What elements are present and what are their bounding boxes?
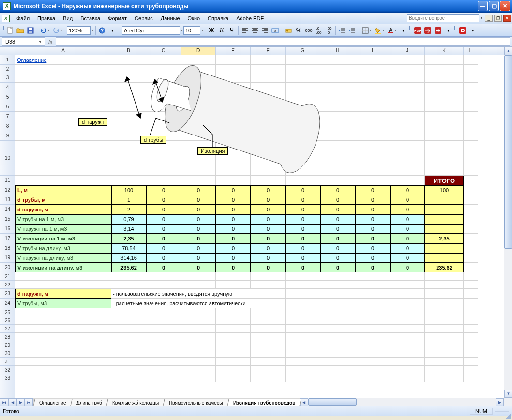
- cell[interactable]: [111, 358, 146, 366]
- borders-button[interactable]: ▾: [361, 26, 373, 35]
- cell[interactable]: [15, 121, 111, 131]
- scroll-right-button[interactable]: ▶: [496, 398, 504, 406]
- table-cell[interactable]: 0: [320, 243, 355, 253]
- formula-input[interactable]: [56, 37, 510, 46]
- cell[interactable]: [425, 131, 464, 141]
- table-label[interactable]: d трубы, м: [15, 195, 111, 205]
- table-cell[interactable]: 0: [146, 263, 181, 272]
- cell[interactable]: [146, 333, 181, 341]
- cell[interactable]: [464, 214, 478, 224]
- cell[interactable]: [320, 65, 355, 73]
- cell[interactable]: [111, 102, 146, 112]
- table-cell[interactable]: 0: [320, 185, 355, 195]
- cell[interactable]: [320, 112, 355, 121]
- menu-file[interactable]: Файл: [13, 14, 33, 23]
- cell[interactable]: [286, 374, 320, 382]
- cell[interactable]: [181, 366, 216, 374]
- menu-view[interactable]: Вид: [59, 14, 76, 23]
- pdf-convert-button[interactable]: PDF: [413, 26, 422, 35]
- cell[interactable]: [15, 176, 111, 185]
- pdf-review-button[interactable]: [433, 26, 443, 35]
- cell[interactable]: [15, 131, 111, 141]
- cell[interactable]: [181, 281, 216, 289]
- table-cell[interactable]: 0: [146, 243, 181, 253]
- column-header-C[interactable]: C: [146, 47, 181, 55]
- cell[interactable]: [355, 289, 390, 299]
- cell[interactable]: [320, 121, 355, 131]
- ask-question-input[interactable]: [407, 14, 479, 22]
- row-header-12[interactable]: 12: [0, 185, 15, 195]
- cell[interactable]: [355, 349, 390, 358]
- tab-first-button[interactable]: ⏮: [0, 398, 8, 406]
- cell[interactable]: [111, 141, 146, 176]
- table-sum[interactable]: 100: [425, 185, 464, 195]
- cell[interactable]: [146, 92, 181, 102]
- row-header-24[interactable]: 24: [0, 299, 15, 308]
- save-button[interactable]: [26, 26, 35, 35]
- row-header-9[interactable]: 9: [0, 131, 15, 141]
- column-header-L[interactable]: L: [464, 47, 478, 55]
- table-cell[interactable]: 0: [355, 263, 390, 272]
- cell[interactable]: [111, 131, 146, 141]
- cell[interactable]: [181, 141, 216, 176]
- cell[interactable]: [390, 349, 425, 358]
- column-header-F[interactable]: F: [251, 47, 286, 55]
- cell[interactable]: [146, 358, 181, 366]
- cell[interactable]: [464, 234, 478, 243]
- cell[interactable]: [286, 112, 320, 121]
- cell[interactable]: [425, 374, 464, 382]
- cell[interactable]: [181, 55, 216, 65]
- cell[interactable]: [390, 308, 425, 316]
- cell[interactable]: [464, 299, 478, 308]
- cell[interactable]: [146, 102, 181, 112]
- cell[interactable]: [464, 185, 478, 195]
- redo-button[interactable]: ▾: [51, 26, 63, 35]
- cell[interactable]: [216, 325, 251, 333]
- cell[interactable]: [464, 176, 478, 185]
- table-cell[interactable]: 2,35: [111, 234, 146, 243]
- cell[interactable]: [251, 325, 286, 333]
- table-cell[interactable]: 0: [320, 205, 355, 214]
- cell[interactable]: [216, 281, 251, 289]
- cell[interactable]: [181, 316, 216, 325]
- cell[interactable]: [390, 374, 425, 382]
- row-header-3[interactable]: 3: [0, 73, 15, 83]
- menu-window[interactable]: Окно: [184, 14, 204, 23]
- cell[interactable]: [216, 141, 251, 176]
- cell[interactable]: [286, 272, 320, 281]
- cell[interactable]: [146, 112, 181, 121]
- cell[interactable]: [464, 333, 478, 341]
- cell[interactable]: [251, 366, 286, 374]
- cell[interactable]: [320, 316, 355, 325]
- cell[interactable]: [286, 341, 320, 349]
- name-box[interactable]: D38 ▼: [2, 37, 45, 46]
- cell[interactable]: [15, 65, 111, 73]
- row-header-29[interactable]: 29: [0, 341, 15, 349]
- cell[interactable]: [15, 358, 111, 366]
- table-cell[interactable]: 0: [355, 205, 390, 214]
- cell[interactable]: [181, 112, 216, 121]
- cell[interactable]: [216, 366, 251, 374]
- cell[interactable]: [320, 131, 355, 141]
- cell[interactable]: [111, 308, 146, 316]
- cell[interactable]: [464, 112, 478, 121]
- cell[interactable]: [464, 281, 478, 289]
- row-header-26[interactable]: 26: [0, 316, 15, 325]
- cell[interactable]: [464, 289, 478, 299]
- table-cell[interactable]: 0: [216, 185, 251, 195]
- cell[interactable]: [286, 349, 320, 358]
- cell[interactable]: [464, 224, 478, 234]
- row-header-1[interactable]: 1: [0, 55, 15, 65]
- table-cell[interactable]: 0: [286, 195, 320, 205]
- minimize-button[interactable]: —: [478, 1, 488, 11]
- row-header-16[interactable]: 16: [0, 224, 15, 234]
- cell[interactable]: [464, 341, 478, 349]
- cell[interactable]: [181, 121, 216, 131]
- horizontal-scroll-thumb[interactable]: [308, 398, 357, 406]
- cell[interactable]: [286, 121, 320, 131]
- cell[interactable]: [111, 325, 146, 333]
- cell[interactable]: [146, 325, 181, 333]
- cell[interactable]: [15, 349, 111, 358]
- font-size-input[interactable]: [183, 26, 200, 35]
- cell[interactable]: [251, 73, 286, 83]
